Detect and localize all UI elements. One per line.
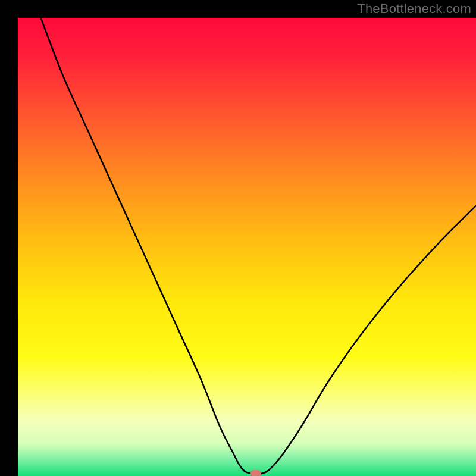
watermark-text: TheBottleneck.com	[357, 1, 471, 17]
plot-area	[18, 18, 476, 476]
chart-frame: TheBottleneck.com	[0, 0, 476, 476]
bottleneck-curve	[18, 18, 476, 476]
optimal-point-marker	[250, 470, 261, 476]
